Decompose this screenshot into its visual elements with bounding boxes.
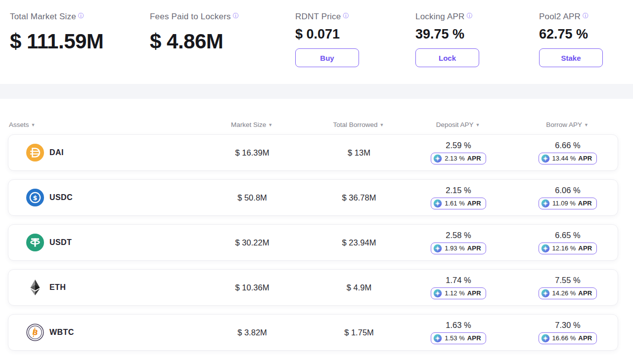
asset-name: USDT (49, 238, 72, 247)
deposit-apy-value: 2.59 % (400, 141, 517, 150)
sort-icon: ▼ (268, 122, 272, 127)
apr-suffix: APR (467, 289, 481, 298)
borrow-apr-value: 11.09 % (552, 199, 576, 208)
borrow-apy-cell: 7.30 % 16.66 % APR (517, 321, 619, 345)
stat-label: Pool2 APRⓘ (539, 12, 633, 22)
column-header-total-borrowed[interactable]: Total Borrowed▼ (317, 121, 400, 128)
stat-value: 39.75 % (415, 27, 539, 42)
column-header-assets[interactable]: Assets▼ (8, 121, 186, 128)
stat-label: Fees Paid to Lockersⓘ (150, 12, 295, 22)
deposit-apr-value: 1.12 % (445, 289, 464, 298)
total-borrowed-value: $ 4.9M (318, 283, 400, 292)
deposit-apy-cell: 1.74 % 1.12 % APR (400, 276, 517, 300)
asset-cell: USDT (8, 234, 186, 251)
apr-suffix: APR (467, 154, 481, 163)
asset-name: WBTC (49, 328, 74, 337)
borrow-apy-cell: 6.06 % 11.09 % APR (517, 186, 619, 210)
stat-pool2-apr: Pool2 APRⓘ 62.75 % Stake (539, 12, 633, 84)
rdnt-star-icon (433, 199, 442, 208)
column-header-borrow-apy[interactable]: Borrow APY▼ (516, 121, 618, 128)
asset-cell: DAI (8, 144, 186, 162)
rdnt-star-icon (541, 154, 550, 163)
sort-icon: ▼ (380, 122, 384, 127)
asset-name: USDC (49, 193, 73, 202)
deposit-apy-value: 1.74 % (400, 276, 517, 285)
borrow-apr-value: 16.66 % (552, 334, 576, 343)
asset-name: DAI (49, 148, 64, 157)
borrow-apy-value: 7.30 % (517, 321, 619, 330)
sort-icon: ▼ (584, 122, 588, 127)
table-row-eth[interactable]: ETH $ 10.36M $ 4.9M 1.74 % 1.12 % APR 7.… (8, 269, 618, 306)
borrow-apy-value: 7.55 % (517, 276, 619, 285)
section-divider-band (0, 84, 633, 99)
info-icon[interactable]: ⓘ (233, 12, 239, 19)
deposit-apr-value: 2.13 % (445, 154, 464, 163)
deposit-apy-cell: 2.59 % 2.13 % APR (400, 141, 517, 165)
dai-icon (26, 144, 44, 162)
deposit-apy-cell: 1.63 % 1.53 % APR (400, 321, 517, 345)
borrow-apr-badge[interactable]: 16.66 % APR (539, 332, 597, 344)
deposit-apr-badge[interactable]: 2.13 % APR (431, 153, 486, 164)
market-size-value: $ 30.22M (186, 238, 318, 247)
rdnt-star-icon (541, 199, 550, 208)
info-icon[interactable]: ⓘ (78, 12, 84, 19)
column-header-market-size[interactable]: Market Size▼ (186, 121, 317, 128)
borrow-apr-badge[interactable]: 12.16 % APR (539, 243, 597, 254)
rdnt-star-icon (433, 244, 442, 253)
rdnt-star-icon (433, 154, 442, 163)
rdnt-star-icon (541, 334, 550, 343)
market-size-value: $ 16.39M (186, 148, 318, 158)
apr-suffix: APR (578, 244, 592, 253)
column-header-deposit-apy[interactable]: Deposit APY▼ (400, 121, 516, 128)
table-row-dai[interactable]: DAI $ 16.39M $ 13M 2.59 % 2.13 % APR 6.6… (8, 134, 618, 171)
borrow-apr-badge[interactable]: 13.44 % APR (539, 153, 597, 164)
deposit-apr-value: 1.61 % (445, 199, 464, 208)
sort-icon: ▼ (475, 122, 480, 127)
borrow-apr-value: 13.44 % (552, 154, 576, 163)
asset-cell: B WBTC (8, 324, 186, 341)
svg-text:$: $ (33, 194, 37, 202)
stat-fees-paid-to-lockers: Fees Paid to Lockersⓘ $ 4.86M (150, 12, 295, 84)
borrow-apy-cell: 6.66 % 13.44 % APR (517, 141, 619, 165)
stat-rdnt-price: RDNT Priceⓘ $ 0.071 Buy (295, 12, 415, 84)
stat-label: Locking APRⓘ (415, 12, 539, 22)
borrow-apr-value: 12.16 % (552, 244, 576, 253)
borrow-apy-cell: 6.65 % 12.16 % APR (517, 231, 619, 255)
lock-button[interactable]: Lock (415, 48, 479, 67)
apr-suffix: APR (467, 244, 481, 253)
apr-suffix: APR (467, 334, 481, 343)
borrow-apy-cell: 7.55 % 14.26 % APR (517, 276, 619, 300)
info-icon[interactable]: ⓘ (467, 12, 473, 19)
market-size-value: $ 10.36M (186, 283, 318, 292)
deposit-apr-badge[interactable]: 1.93 % APR (431, 243, 486, 254)
deposit-apy-cell: 2.15 % 1.61 % APR (400, 186, 517, 210)
asset-cell: $ USDC (8, 189, 186, 206)
deposit-apy-value: 2.15 % (400, 186, 517, 195)
table-row-usdc[interactable]: $ USDC $ 50.8M $ 36.78M 2.15 % 1.61 % AP… (8, 179, 618, 216)
deposit-apr-badge[interactable]: 1.12 % APR (431, 287, 486, 299)
rdnt-star-icon (541, 289, 550, 298)
deposit-apy-cell: 2.58 % 1.93 % APR (400, 231, 517, 255)
asset-cell: ETH (8, 279, 186, 296)
stat-total-market-size: Total Market Sizeⓘ $ 111.59M (10, 12, 150, 84)
table-row-wbtc[interactable]: B WBTC $ 3.82M $ 1.75M 1.63 % 1.53 % APR… (8, 314, 618, 351)
apr-suffix: APR (578, 334, 592, 343)
deposit-apr-badge[interactable]: 1.53 % APR (431, 332, 486, 344)
total-borrowed-value: $ 23.94M (318, 238, 400, 247)
borrow-apr-badge[interactable]: 11.09 % APR (539, 198, 597, 209)
market-size-value: $ 3.82M (186, 328, 318, 337)
stat-label: Total Market Sizeⓘ (10, 12, 150, 22)
borrow-apy-value: 6.06 % (517, 186, 619, 195)
borrow-apr-badge[interactable]: 14.26 % APR (539, 287, 597, 299)
buy-button[interactable]: Buy (295, 48, 359, 67)
table-row-usdt[interactable]: USDT $ 30.22M $ 23.94M 2.58 % 1.93 % APR… (8, 224, 618, 261)
borrow-apy-value: 6.66 % (517, 141, 619, 150)
info-icon[interactable]: ⓘ (343, 12, 349, 19)
stake-button[interactable]: Stake (539, 48, 603, 67)
info-icon[interactable]: ⓘ (583, 12, 588, 19)
total-borrowed-value: $ 1.75M (318, 328, 400, 337)
borrow-apy-value: 6.65 % (517, 231, 619, 240)
apr-suffix: APR (578, 199, 592, 208)
deposit-apr-badge[interactable]: 1.61 % APR (431, 198, 486, 209)
apr-suffix: APR (467, 199, 481, 208)
